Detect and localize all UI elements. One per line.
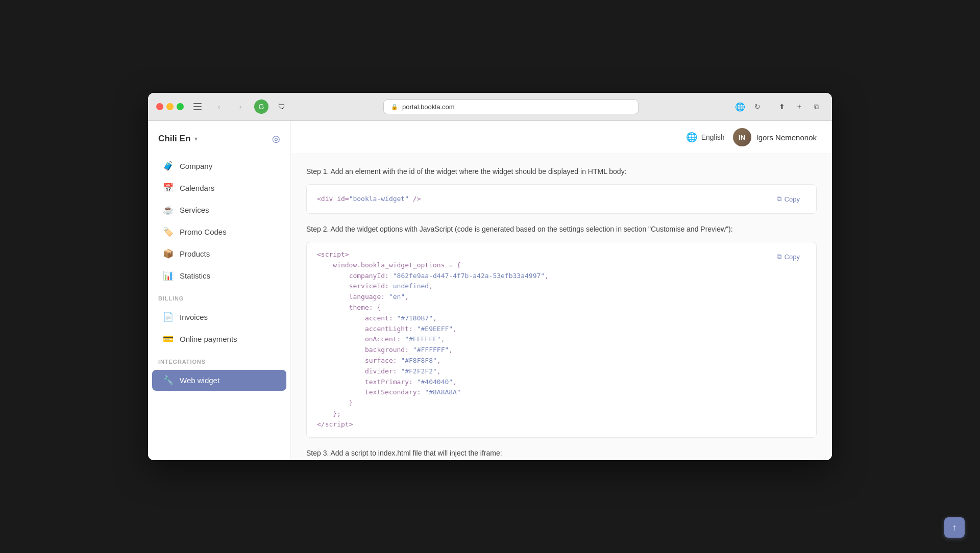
sidebar-item-company[interactable]: 🧳 Company: [152, 156, 286, 177]
scroll-top-button[interactable]: ↑: [944, 517, 965, 538]
svg-rect-1: [193, 106, 202, 107]
reload-icon[interactable]: ↻: [750, 99, 765, 114]
sidebar-item-label-calendars: Calendars: [180, 184, 214, 192]
sidebar-item-label-company: Company: [180, 162, 212, 170]
sidebar-section-integrations: INTEGRATIONS: [148, 353, 290, 367]
sidebar-item-web-widget[interactable]: 🔧 Web widget: [152, 370, 286, 391]
step1-text: Step 1. Add an element with the id of th…: [306, 166, 817, 177]
online-payments-icon: 💳: [162, 334, 174, 344]
browser-actions: ⬆ ＋ ⧉: [775, 99, 824, 114]
sidebar-target-icon[interactable]: ◎: [272, 133, 280, 144]
extension-shield-icon[interactable]: 🛡: [275, 99, 289, 114]
maximize-button[interactable]: [177, 103, 184, 110]
step1-copy-label: Copy: [785, 195, 800, 203]
tab-overview-button[interactable]: ⧉: [810, 99, 824, 114]
sidebar-item-online-payments[interactable]: 💳 Online payments: [152, 329, 286, 349]
step2-code-block: <script> window.bookla_widget_options = …: [306, 242, 817, 438]
language-label: English: [701, 133, 725, 141]
user-name: Igors Nemenonok: [756, 133, 817, 142]
step1-copy-button[interactable]: ⧉ Copy: [771, 192, 806, 206]
main-content: 🌐 English IN Igors Nemenonok Step 1. Add…: [291, 121, 832, 460]
sidebar-integrations-nav: 🔧 Web widget: [148, 367, 290, 394]
sidebar-item-calendars[interactable]: 📅 Calendars: [152, 178, 286, 198]
sidebar-item-label-products: Products: [180, 249, 210, 258]
address-bar-container: G 🛡 🔒 portal.bookla.com 🌐 ↻: [254, 99, 765, 114]
language-selector[interactable]: 🌐 English: [686, 132, 725, 143]
translate-icon[interactable]: 🌐: [733, 99, 747, 114]
promo-codes-icon: 🏷️: [162, 227, 174, 237]
sidebar-item-label-services: Services: [180, 206, 209, 214]
back-button[interactable]: ‹: [211, 99, 227, 114]
content-area: Step 1. Add an element with the id of th…: [291, 154, 832, 460]
sidebar-toggle-icon[interactable]: [190, 99, 205, 114]
svg-rect-0: [193, 103, 202, 104]
share-button[interactable]: ⬆: [775, 99, 789, 114]
sidebar-item-statistics[interactable]: 📊 Statistics: [152, 265, 286, 286]
sidebar-section-billing: BILLING: [148, 289, 290, 304]
sidebar-billing-nav: 📄 Invoices 💳 Online payments: [148, 304, 290, 353]
copy-icon-2: ⧉: [777, 253, 781, 261]
sidebar-item-services[interactable]: ☕ Services: [152, 199, 286, 220]
browser-chrome: ‹ › G 🛡 🔒 portal.bookla.com 🌐 ↻ ⬆ ＋ ⧉: [148, 93, 832, 121]
forward-button[interactable]: ›: [233, 99, 248, 114]
invoices-icon: 📄: [162, 312, 174, 322]
user-avatar-initials: IN: [739, 134, 745, 141]
sidebar-header: Chili En ▾ ◎: [148, 129, 290, 153]
step3-text: Step 3. Add a script to index.html file …: [306, 448, 817, 459]
top-bar: 🌐 English IN Igors Nemenonok: [291, 121, 832, 154]
step1-code-block: <div id="bookla-widget" /> ⧉ Copy: [306, 184, 817, 214]
lock-icon: 🔒: [391, 104, 398, 110]
address-bar[interactable]: 🔒 portal.bookla.com: [383, 99, 639, 114]
sidebar-item-invoices[interactable]: 📄 Invoices: [152, 307, 286, 328]
traffic-lights: [156, 103, 184, 110]
calendars-icon: 📅: [162, 183, 174, 193]
products-icon: 📦: [162, 248, 174, 259]
url-text: portal.bookla.com: [402, 103, 455, 111]
page-content: Chili En ▾ ◎ 🧳 Company 📅 Calendars ☕ Ser…: [148, 121, 832, 460]
user-info[interactable]: IN Igors Nemenonok: [733, 128, 817, 146]
step1-code: <div id="bookla-widget" />: [317, 194, 771, 205]
web-widget-icon: 🔧: [162, 375, 174, 386]
browser-window: ‹ › G 🛡 🔒 portal.bookla.com 🌐 ↻ ⬆ ＋ ⧉: [148, 93, 832, 460]
sidebar-item-promo-codes[interactable]: 🏷️ Promo Codes: [152, 221, 286, 242]
sidebar: Chili En ▾ ◎ 🧳 Company 📅 Calendars ☕ Ser…: [148, 121, 291, 460]
step2-copy-label: Copy: [785, 253, 800, 261]
extension-grammarly-icon[interactable]: G: [254, 99, 268, 114]
sidebar-item-label-online-payments: Online payments: [180, 335, 237, 343]
user-avatar: IN: [733, 128, 751, 146]
sidebar-item-label-statistics: Statistics: [180, 271, 210, 280]
sidebar-item-products[interactable]: 📦 Products: [152, 243, 286, 264]
sidebar-item-label-web-widget: Web widget: [180, 376, 219, 385]
copy-icon-1: ⧉: [777, 195, 781, 203]
sidebar-item-label-promo-codes: Promo Codes: [180, 228, 227, 236]
close-button[interactable]: [156, 103, 163, 110]
step2-copy-button[interactable]: ⧉ Copy: [771, 249, 806, 264]
globe-icon: 🌐: [686, 132, 697, 143]
sidebar-logo-text: Chili En: [158, 134, 190, 144]
statistics-icon: 📊: [162, 270, 174, 281]
new-tab-button[interactable]: ＋: [792, 99, 806, 114]
sidebar-logo-chevron-icon: ▾: [194, 135, 198, 142]
svg-rect-2: [193, 109, 202, 110]
company-icon: 🧳: [162, 161, 174, 171]
sidebar-item-label-invoices: Invoices: [180, 313, 208, 321]
minimize-button[interactable]: [166, 103, 174, 110]
services-icon: ☕: [162, 205, 174, 215]
sidebar-logo[interactable]: Chili En ▾: [158, 134, 198, 144]
step2-code: <script> window.bookla_widget_options = …: [317, 249, 771, 430]
step2-text: Step 2. Add the widget options with Java…: [306, 224, 817, 235]
sidebar-main-nav: 🧳 Company 📅 Calendars ☕ Services 🏷️ Prom…: [148, 153, 290, 289]
